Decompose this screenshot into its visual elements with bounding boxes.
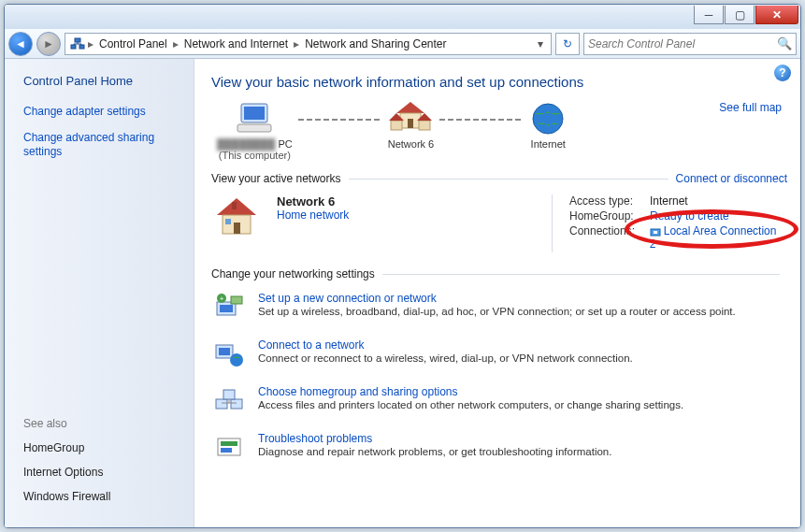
chevron-right-icon: ▸: [294, 37, 299, 50]
svg-rect-30: [216, 399, 227, 409]
network-type-link[interactable]: Home network: [277, 208, 349, 222]
svg-rect-28: [219, 348, 230, 355]
forward-button[interactable]: ►: [36, 32, 61, 56]
svg-rect-18: [234, 223, 240, 234]
map-network: Network 6: [388, 99, 435, 161]
chevron-right-icon: ▸: [173, 37, 179, 50]
see-full-map-link[interactable]: See full map: [719, 101, 782, 114]
svg-rect-4: [244, 107, 265, 120]
access-type-label: Access type:: [569, 194, 650, 208]
setup-connection-desc: Set up a wireless, broadband, dial-up, a…: [258, 306, 785, 317]
homegroup-options-desc: Access files and printers located on oth…: [258, 399, 785, 410]
setup-connection-item: + Set up a new connection or networkSet …: [211, 284, 787, 331]
window: ─ ▢ ✕ ◄ ► ▸ Control Panel ▸ Network and …: [4, 4, 801, 528]
setup-connection-icon: +: [213, 292, 245, 324]
maximize-button[interactable]: ▢: [725, 6, 755, 24]
globe-icon: [529, 99, 567, 138]
change-advanced-sharing-link[interactable]: Change advanced sharing settings: [23, 131, 182, 160]
change-adapter-settings-link[interactable]: Change adapter settings: [23, 105, 182, 120]
svg-text:+: +: [220, 295, 224, 303]
connect-network-icon: [213, 338, 245, 370]
connections-label: Connections:: [569, 224, 650, 251]
see-also-homegroup[interactable]: HomeGroup: [23, 441, 182, 454]
map-internet: Internet: [529, 99, 567, 161]
body: Control Panel Home Change adapter settin…: [5, 59, 800, 527]
search-icon: 🔍: [777, 36, 792, 50]
pc-subtitle: (This computer): [217, 150, 293, 161]
troubleshoot-item: Troubleshoot problemsDiagnose and repair…: [211, 424, 787, 471]
refresh-button[interactable]: ↻: [555, 33, 580, 55]
homegroup-options-item: Choose homegroup and sharing optionsAcce…: [211, 378, 787, 424]
help-icon[interactable]: ?: [774, 65, 791, 81]
homegroup-options-link[interactable]: Choose homegroup and sharing options: [258, 385, 785, 398]
sidebar: Control Panel Home Change adapter settin…: [5, 59, 194, 527]
active-networks-section: View your active networks Connect or dis…: [211, 172, 787, 262]
svg-rect-21: [654, 231, 657, 234]
svg-rect-24: [231, 296, 242, 304]
homegroup-icon: [213, 385, 245, 417]
svg-rect-9: [391, 121, 402, 130]
main-content: ? View your basic network information an…: [194, 59, 800, 527]
svg-rect-35: [221, 448, 232, 453]
connect-network-link[interactable]: Connect to a network: [258, 338, 785, 352]
breadcrumb-item[interactable]: Network and Internet: [180, 36, 292, 52]
search-box[interactable]: 🔍: [583, 33, 797, 55]
pc-name-blurred: ████████: [217, 138, 275, 150]
breadcrumb-dropdown[interactable]: ▾: [534, 37, 547, 50]
see-also: See also HomeGroup Internet Options Wind…: [23, 417, 182, 514]
svg-rect-16: [232, 202, 237, 209]
connection-line: [439, 119, 524, 121]
internet-label: Internet: [529, 138, 567, 150]
troubleshoot-desc: Diagnose and repair network problems, or…: [258, 446, 785, 457]
page-title: View your basic network information and …: [211, 74, 787, 90]
see-also-windows-firewall[interactable]: Windows Firewall: [23, 490, 182, 503]
breadcrumb[interactable]: ▸ Control Panel ▸ Network and Internet ▸…: [65, 33, 552, 55]
settings-heading: Change your networking settings: [211, 267, 375, 280]
network-map: ████████ PC (This computer) Network 6: [211, 99, 787, 166]
access-type-value: Internet: [650, 194, 688, 208]
homegroup-link[interactable]: Ready to create: [650, 209, 729, 223]
networking-settings-section: Change your networking settings + Set up…: [211, 267, 787, 471]
network-details: Access type:Internet HomeGroup:Ready to …: [552, 194, 785, 252]
network-center-icon: [69, 36, 86, 52]
breadcrumb-item[interactable]: Control Panel: [95, 36, 171, 52]
homegroup-label: HomeGroup:: [569, 209, 650, 223]
connection-link[interactable]: Local Area Connection 2: [650, 224, 777, 251]
troubleshoot-icon: [213, 432, 245, 464]
breadcrumb-item[interactable]: Network and Sharing Center: [301, 36, 450, 52]
connect-network-item: Connect to a networkConnect or reconnect…: [211, 331, 787, 378]
pc-label: PC: [278, 138, 292, 150]
svg-rect-2: [75, 38, 80, 42]
svg-marker-6: [396, 102, 424, 113]
address-bar: ◄ ► ▸ Control Panel ▸ Network and Intern…: [5, 29, 800, 59]
map-this-computer: ████████ PC (This computer): [217, 99, 293, 161]
ethernet-icon: [650, 226, 661, 237]
connect-disconnect-link[interactable]: Connect or disconnect: [676, 172, 787, 185]
svg-rect-5: [237, 124, 271, 132]
house-icon: [213, 194, 264, 252]
connection-line: [298, 119, 382, 121]
svg-rect-8: [408, 119, 413, 128]
svg-rect-1: [79, 45, 84, 49]
control-panel-home-link[interactable]: Control Panel Home: [23, 74, 182, 88]
map-nodes: ████████ PC (This computer) Network 6: [217, 99, 567, 161]
titlebar: ─ ▢ ✕: [5, 5, 800, 29]
computer-icon: [217, 99, 293, 138]
search-input[interactable]: [588, 37, 777, 50]
setup-connection-link[interactable]: Set up a new connection or network: [258, 292, 785, 305]
svg-rect-0: [71, 45, 76, 49]
svg-rect-32: [223, 390, 235, 399]
troubleshoot-link[interactable]: Troubleshoot problems: [258, 432, 785, 445]
svg-rect-33: [218, 439, 240, 455]
svg-rect-23: [220, 305, 233, 312]
chevron-right-icon: ▸: [88, 37, 93, 50]
active-networks-heading: View your active networks: [211, 172, 341, 185]
svg-rect-19: [225, 219, 231, 224]
svg-rect-31: [231, 399, 242, 409]
see-also-internet-options[interactable]: Internet Options: [23, 466, 182, 479]
svg-rect-11: [419, 121, 430, 130]
close-button[interactable]: ✕: [755, 6, 798, 24]
back-button[interactable]: ◄: [8, 32, 33, 56]
connect-network-desc: Connect or reconnect to a wireless, wire…: [258, 352, 785, 364]
minimize-button[interactable]: ─: [694, 6, 724, 24]
